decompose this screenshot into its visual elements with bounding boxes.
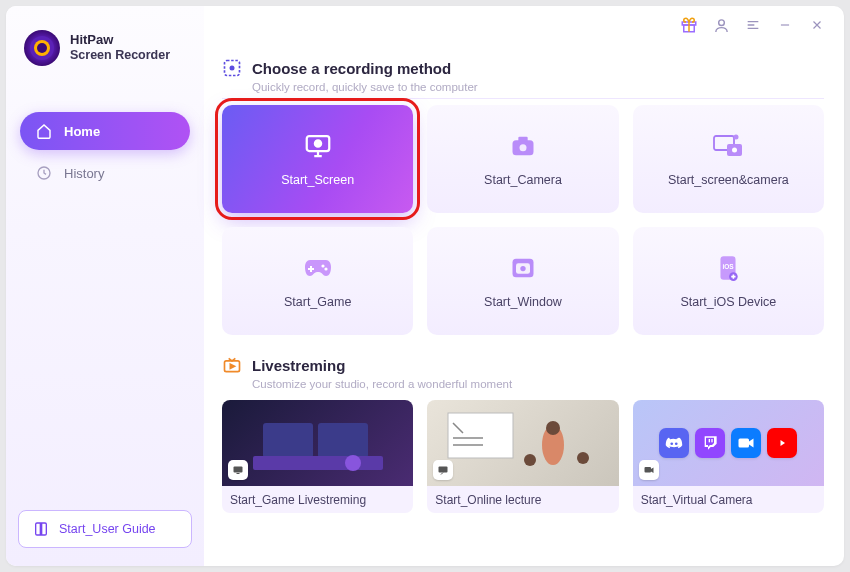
recording-title: Choose a recording method [252, 60, 451, 77]
gift-icon[interactable] [680, 16, 698, 34]
svg-rect-42 [739, 439, 750, 448]
svg-point-36 [524, 454, 536, 466]
user-guide-label: Start_User Guide [59, 522, 156, 536]
screen-camera-icon [713, 131, 743, 161]
book-icon [33, 521, 49, 537]
window-icon [508, 253, 538, 283]
game-livestream-thumb [222, 400, 413, 486]
sidebar-item-home[interactable]: Home [20, 112, 190, 150]
card-start-game[interactable]: Start_Game [222, 227, 413, 335]
svg-rect-37 [439, 467, 448, 473]
svg-rect-40 [709, 439, 710, 442]
monitor-icon [303, 131, 333, 161]
card-online-lecture[interactable]: Start_Online lecture [427, 400, 618, 513]
card-label: Start_Game Livestreming [222, 486, 413, 513]
card-label: Start_iOS Device [680, 295, 776, 309]
svg-rect-32 [448, 413, 513, 458]
svg-point-35 [577, 452, 589, 464]
svg-rect-30 [234, 467, 243, 473]
camera-icon [508, 131, 538, 161]
camera-badge-icon [639, 460, 659, 480]
svg-point-34 [546, 421, 560, 435]
svg-rect-41 [712, 439, 713, 442]
card-start-screen[interactable]: Start_Screen [222, 105, 413, 213]
chat-badge-icon [433, 460, 453, 480]
svg-point-14 [734, 135, 739, 140]
monitor-badge-icon [228, 460, 248, 480]
livestream-subtitle: Customize your studio, record a wonderfu… [252, 378, 824, 390]
history-icon [36, 165, 52, 181]
svg-point-39 [675, 442, 678, 445]
sidebar-item-label: History [64, 166, 104, 181]
titlebar [680, 16, 826, 34]
livestream-title: Livestreming [252, 357, 345, 374]
brand-text: HitPaw Screen Recorder [70, 33, 170, 62]
svg-point-21 [520, 266, 525, 271]
card-virtual-camera[interactable]: Start_Virtual Camera [633, 400, 824, 513]
virtual-camera-thumb [633, 400, 824, 486]
sidebar-nav: Home History [16, 112, 194, 192]
card-game-livestream[interactable]: Start_Game Livestreming [222, 400, 413, 513]
brand-line2: Screen Recorder [70, 48, 170, 62]
sidebar-item-label: Home [64, 124, 100, 139]
svg-point-3 [718, 19, 724, 25]
recording-grid: Start_Screen Start_Camera Start_screen&c… [222, 105, 824, 335]
svg-point-15 [321, 264, 324, 267]
svg-rect-10 [518, 137, 527, 142]
online-lecture-thumb [427, 400, 618, 486]
svg-point-16 [324, 267, 327, 270]
section-head-livestream: Livestreming [222, 355, 824, 375]
livestream-grid: Start_Game Livestreming Start_Online lec… [222, 400, 824, 513]
home-icon [36, 123, 52, 139]
youtube-icon [767, 428, 797, 458]
user-icon[interactable] [712, 16, 730, 34]
main-content: Choose a recording method Quickly record… [204, 6, 844, 566]
card-start-window[interactable]: Start_Window [427, 227, 618, 335]
livestream-section-icon [222, 355, 242, 375]
svg-point-38 [671, 442, 674, 445]
menu-icon[interactable] [744, 16, 762, 34]
gamepad-icon [303, 253, 333, 283]
user-guide-button[interactable]: Start_User Guide [18, 510, 192, 548]
video-call-icon [731, 428, 761, 458]
card-start-ios[interactable]: iOS Start_iOS Device [633, 227, 824, 335]
brand-line1: HitPaw [70, 33, 170, 48]
card-label: Start_Camera [484, 173, 562, 187]
minimize-icon[interactable] [776, 16, 794, 34]
svg-point-5 [230, 66, 235, 71]
sidebar: HitPaw Screen Recorder Home History [6, 6, 204, 566]
card-start-camera[interactable]: Start_Camera [427, 105, 618, 213]
svg-point-9 [519, 144, 526, 151]
sidebar-item-history[interactable]: History [20, 154, 190, 192]
card-label: Start_Virtual Camera [633, 486, 824, 513]
svg-rect-28 [253, 456, 383, 470]
svg-rect-44 [644, 467, 651, 473]
close-icon[interactable] [808, 16, 826, 34]
section-head-recording: Choose a recording method [222, 58, 824, 78]
svg-rect-18 [308, 268, 314, 270]
card-start-screen-camera[interactable]: Start_screen&camera [633, 105, 824, 213]
recording-section-icon [222, 58, 242, 78]
twitch-icon [695, 428, 725, 458]
brand: HitPaw Screen Recorder [16, 20, 194, 66]
svg-rect-31 [237, 473, 240, 474]
app-logo-icon [24, 30, 60, 66]
svg-rect-27 [318, 423, 368, 458]
card-label: Start_Window [484, 295, 562, 309]
card-label: Start_Screen [281, 173, 354, 187]
svg-point-13 [732, 148, 737, 153]
svg-rect-26 [263, 423, 313, 458]
svg-point-7 [315, 140, 321, 146]
divider [222, 98, 824, 99]
svg-point-29 [345, 455, 361, 471]
card-label: Start_screen&camera [668, 173, 789, 187]
ios-device-icon: iOS [713, 253, 743, 283]
recording-subtitle: Quickly record, quickly save to the comp… [252, 81, 824, 93]
svg-text:iOS: iOS [723, 263, 735, 270]
card-label: Start_Online lecture [427, 486, 618, 513]
app-window: HitPaw Screen Recorder Home History [6, 6, 844, 566]
discord-icon [659, 428, 689, 458]
card-label: Start_Game [284, 295, 351, 309]
